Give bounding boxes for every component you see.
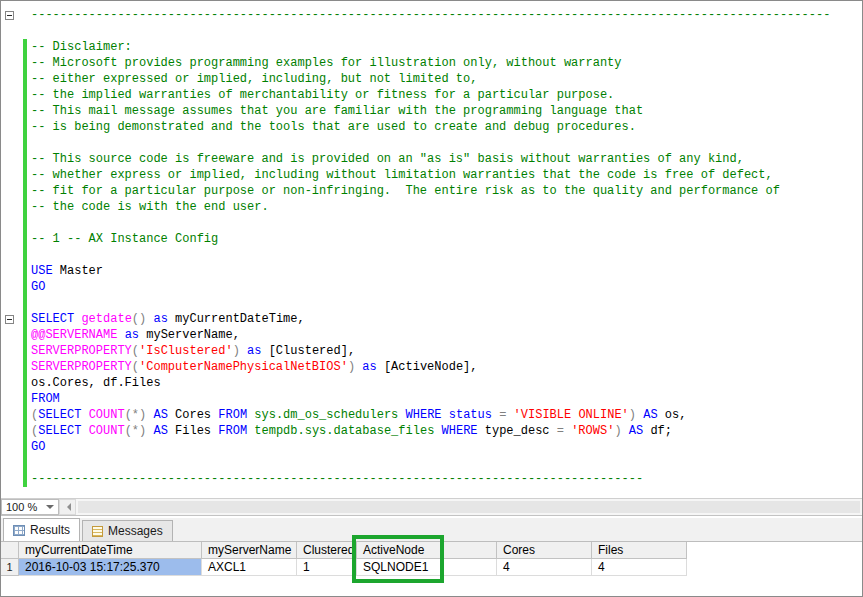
- code-line: -- whether express or implied, including…: [31, 167, 862, 183]
- code-line: -- This mail message assumes that you ar…: [31, 103, 862, 119]
- code-line: [31, 135, 862, 151]
- scroll-left-icon: [63, 503, 71, 511]
- zoom-value: 100 %: [6, 501, 37, 513]
- grid-header-cell[interactable]: Cores: [497, 542, 592, 559]
- grid-header-cell[interactable]: Clustered: [297, 542, 357, 559]
- code-line: (SELECT COUNT(*) AS Cores FROM sys.dm_os…: [31, 407, 862, 423]
- code-line: -- Microsoft provides programming exampl…: [31, 55, 862, 71]
- results-tabstrip: Results Messages: [1, 518, 862, 542]
- code-line: (SELECT COUNT(*) AS Files FROM tempdb.sy…: [31, 423, 862, 439]
- grid-cell[interactable]: SQLNODE1: [357, 559, 497, 576]
- code-line: SELECT getdate() as myCurrentDateTime,: [31, 311, 862, 327]
- results-grid-icon: [13, 525, 25, 536]
- ssms-query-window: ----------------------------------------…: [0, 0, 863, 597]
- horizontal-scrollbar[interactable]: [76, 499, 862, 515]
- code-line: -- This source code is freeware and is p…: [31, 151, 862, 167]
- grid-corner[interactable]: [1, 542, 19, 559]
- code-line: [31, 295, 862, 311]
- tab-results[interactable]: Results: [3, 518, 80, 541]
- grid-header-cell[interactable]: Files: [592, 542, 687, 559]
- editor-statusbar: 100 %: [1, 498, 862, 516]
- change-tracking-bar: [23, 39, 27, 487]
- row-header[interactable]: 1: [1, 559, 19, 576]
- zoom-control[interactable]: 100 %: [1, 499, 59, 515]
- code-line: -- Disclaimer:: [31, 39, 862, 55]
- tab-messages-label: Messages: [108, 524, 163, 538]
- grid-row: 12016-10-03 15:17:25.370AXCL11SQLNODE144: [1, 559, 687, 576]
- grid-cell[interactable]: 1: [297, 559, 357, 576]
- code-line: -- is being demonstrated and the tools t…: [31, 119, 862, 135]
- code-line: -- 1 -- AX Instance Config: [31, 231, 862, 247]
- code-line: [31, 23, 862, 39]
- code-area[interactable]: ----------------------------------------…: [31, 7, 862, 487]
- tab-messages[interactable]: Messages: [82, 520, 173, 541]
- grid-cell[interactable]: 2016-10-03 15:17:25.370: [19, 559, 202, 576]
- messages-icon: [92, 526, 103, 537]
- code-line: [31, 455, 862, 471]
- code-line: ----------------------------------------…: [31, 471, 862, 487]
- grid-header-cell[interactable]: myServerName: [202, 542, 297, 559]
- code-line: FROM: [31, 391, 862, 407]
- code-line: USE Master: [31, 263, 862, 279]
- collapse-toggle-icon[interactable]: [5, 315, 14, 324]
- code-line: -- the implied warranties of merchantabi…: [31, 87, 862, 103]
- results-pane: Results Messages myCurrentDateTimemyServ…: [1, 518, 862, 596]
- code-line: [31, 215, 862, 231]
- code-line: -- either expressed or implied, includin…: [31, 71, 862, 87]
- grid-cell[interactable]: AXCL1: [202, 559, 297, 576]
- code-line: ----------------------------------------…: [31, 7, 862, 23]
- code-line: @@SERVERNAME as myServerName,: [31, 327, 862, 343]
- scroll-left-button[interactable]: [59, 499, 76, 515]
- grid-cell[interactable]: 4: [497, 559, 592, 576]
- code-line: SERVERPROPERTY('ComputerNamePhysicalNetB…: [31, 359, 862, 375]
- code-line: SERVERPROPERTY('IsClustered') as [Cluste…: [31, 343, 862, 359]
- code-line: -- the code is with the end user.: [31, 199, 862, 215]
- grid-header-cell[interactable]: ActiveNode: [357, 542, 497, 559]
- code-line: os.Cores, df.Files: [31, 375, 862, 391]
- chevron-down-icon: [46, 505, 54, 513]
- scrollbar-thumb[interactable]: [78, 501, 860, 513]
- sql-editor[interactable]: ----------------------------------------…: [1, 1, 862, 498]
- code-line: -- fit for a particular purpose or non-i…: [31, 183, 862, 199]
- tab-results-label: Results: [30, 523, 70, 537]
- collapse-toggle-icon[interactable]: [5, 11, 14, 20]
- code-line: GO: [31, 439, 862, 455]
- code-line: GO: [31, 279, 862, 295]
- grid-header-cell[interactable]: myCurrentDateTime: [19, 542, 202, 559]
- grid-header-row: myCurrentDateTimemyServerNameClusteredAc…: [1, 542, 687, 559]
- code-line: [31, 247, 862, 263]
- grid-cell[interactable]: 4: [592, 559, 687, 576]
- results-grid: myCurrentDateTimemyServerNameClusteredAc…: [1, 542, 687, 576]
